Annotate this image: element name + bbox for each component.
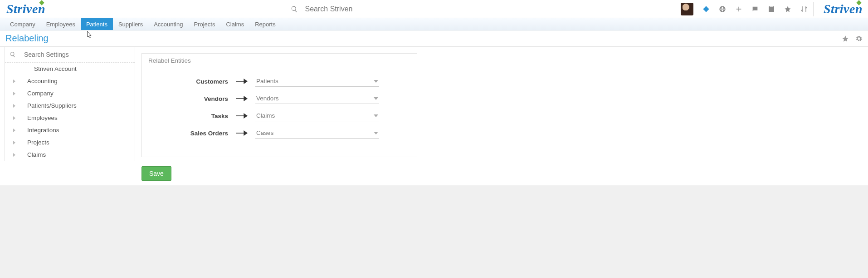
calendar-icon[interactable] xyxy=(768,5,775,13)
arrow-right-icon xyxy=(228,130,255,136)
nav-tab-suppliers[interactable]: Suppliers xyxy=(113,18,148,30)
relabel-select-sales-orders[interactable]: Cases xyxy=(255,128,379,139)
sidebar-item-projects[interactable]: Projects xyxy=(5,136,135,149)
sidebar-item-label: Company xyxy=(27,90,54,97)
gear-icon[interactable] xyxy=(855,35,863,42)
relabel-row-vendors: VendorsVendors xyxy=(160,93,399,104)
sidebar-item-accounting[interactable]: Accounting xyxy=(5,75,135,87)
expand-icon xyxy=(13,116,15,120)
brand-text: Striven xyxy=(6,2,45,16)
panel-title: Relabel Entities xyxy=(142,54,417,68)
select-value: Vendors xyxy=(256,95,279,102)
top-icon-bar xyxy=(681,3,808,15)
globe-icon[interactable] xyxy=(719,5,726,13)
chevron-down-icon xyxy=(374,114,378,117)
relabel-row-customers: CustomersPatients xyxy=(160,76,399,87)
expand-icon xyxy=(13,104,15,108)
nav-tab-projects[interactable]: Projects xyxy=(188,18,220,30)
settings-sidebar: Striven AccountAccountingCompanyPatients… xyxy=(5,47,135,161)
sidebar-item-striven-account[interactable]: Striven Account xyxy=(5,63,135,75)
main-content: Relabel Entities CustomersPatientsVendor… xyxy=(135,47,868,185)
sidebar-item-label: Patients/Suppliers xyxy=(27,102,77,109)
relabel-row-label: Tasks xyxy=(160,113,228,119)
nav-tabs: CompanyEmployeesPatientsSuppliersAccount… xyxy=(0,18,868,30)
sidebar-item-patients-suppliers[interactable]: Patients/Suppliers xyxy=(5,99,135,112)
app-diamond-icon[interactable] xyxy=(702,5,710,13)
nav-tab-reports[interactable]: Reports xyxy=(249,18,281,30)
arrow-right-icon xyxy=(228,95,255,102)
sidebar-search-input[interactable] xyxy=(23,50,130,59)
relabel-select-customers[interactable]: Patients xyxy=(255,76,379,87)
arrow-right-icon xyxy=(228,78,255,84)
chevron-down-icon xyxy=(374,132,378,134)
nav-tab-claims[interactable]: Claims xyxy=(220,18,249,30)
expand-icon xyxy=(13,129,15,132)
expand-icon xyxy=(13,79,15,83)
page-title-bar: Relabeling xyxy=(0,30,868,47)
relabel-select-vendors[interactable]: Vendors xyxy=(255,93,379,104)
sidebar-item-label: Claims xyxy=(27,151,46,158)
select-value: Claims xyxy=(256,112,275,119)
relabel-row-tasks: TasksClaims xyxy=(160,110,399,121)
relabel-panel: Relabel Entities CustomersPatientsVendor… xyxy=(141,53,417,157)
select-value: Patients xyxy=(256,78,278,84)
global-search-input[interactable] xyxy=(304,5,422,14)
chevron-down-icon xyxy=(374,97,378,100)
arrow-right-icon xyxy=(228,113,255,119)
relabel-row-sales-orders: Sales OrdersCases xyxy=(160,128,399,139)
sidebar-item-company[interactable]: Company xyxy=(5,87,135,99)
brand-text-right: Striven xyxy=(824,2,863,16)
favorite-star-icon[interactable] xyxy=(842,35,849,42)
relabel-select-tasks[interactable]: Claims xyxy=(255,110,379,121)
expand-icon xyxy=(13,153,15,157)
page-title: Relabeling xyxy=(5,33,49,44)
expand-icon xyxy=(13,141,15,144)
sidebar-item-claims[interactable]: Claims xyxy=(5,149,135,161)
sidebar-item-label: Employees xyxy=(27,114,58,121)
brand-logo-right[interactable]: Striven xyxy=(823,2,863,16)
sidebar-item-label: Accounting xyxy=(27,78,58,84)
plus-icon[interactable] xyxy=(735,5,742,13)
sidebar-item-integrations[interactable]: Integrations xyxy=(5,124,135,136)
global-search-wrap xyxy=(45,5,681,14)
sliders-icon[interactable] xyxy=(800,5,808,13)
relabel-row-label: Customers xyxy=(160,78,228,85)
sidebar-item-employees[interactable]: Employees xyxy=(5,112,135,124)
star-icon[interactable] xyxy=(784,5,791,13)
sidebar-item-label: Striven Account xyxy=(34,65,77,72)
save-button[interactable]: Save xyxy=(141,166,171,181)
relabel-row-label: Vendors xyxy=(160,95,228,102)
sidebar-search-icon[interactable] xyxy=(10,51,16,58)
sidebar-item-label: Integrations xyxy=(27,127,59,134)
top-header: Striven Striven xyxy=(0,0,868,18)
chevron-down-icon xyxy=(374,80,378,83)
nav-tab-patients[interactable]: Patients xyxy=(81,18,113,30)
expand-icon xyxy=(13,92,15,95)
avatar[interactable] xyxy=(681,3,693,15)
nav-tab-accounting[interactable]: Accounting xyxy=(148,18,188,30)
sidebar-item-label: Projects xyxy=(27,139,49,146)
nav-tab-company[interactable]: Company xyxy=(5,18,41,30)
chat-icon[interactable] xyxy=(751,5,759,13)
nav-tab-employees[interactable]: Employees xyxy=(41,18,81,30)
relabel-row-label: Sales Orders xyxy=(160,130,228,137)
select-value: Cases xyxy=(256,129,273,136)
search-icon[interactable] xyxy=(291,5,298,13)
brand-logo[interactable]: Striven xyxy=(5,2,45,16)
